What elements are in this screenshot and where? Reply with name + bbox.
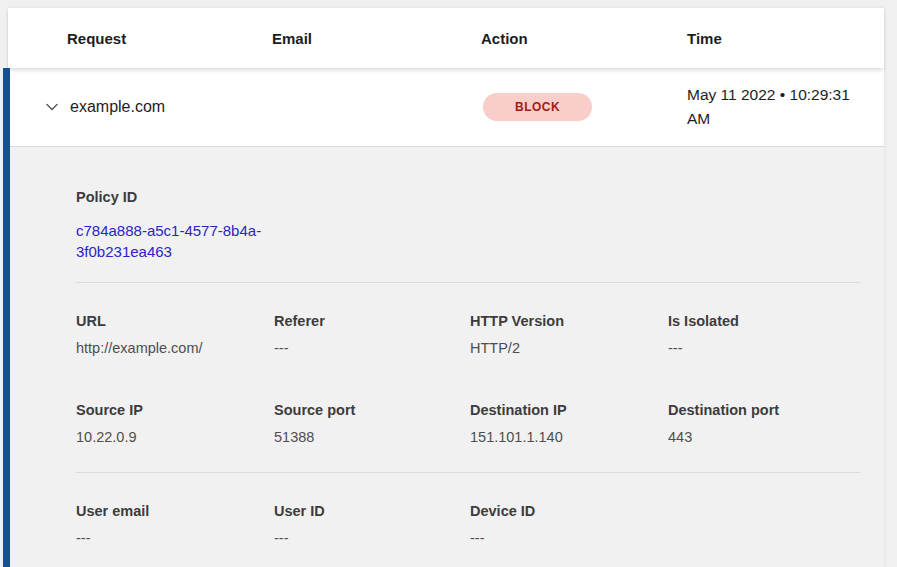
- detail-field-referer: Referer ---: [274, 311, 470, 358]
- field-value: 51388: [274, 427, 470, 447]
- column-header-time: Time: [687, 30, 884, 47]
- row-detail-panel: Policy ID c784a888-a5c1-4577-8b4a-3f0b23…: [8, 147, 884, 567]
- collapse-row-button[interactable]: [42, 97, 62, 117]
- expanded-log-entry: example.com BLOCK May 11 2022 • 10:29:31…: [8, 68, 884, 567]
- detail-field-empty: [668, 501, 860, 548]
- field-label: Source port: [274, 400, 470, 420]
- field-label: Is Isolated: [668, 311, 860, 331]
- section-divider: [76, 282, 860, 283]
- detail-field-user-email: User email ---: [76, 501, 274, 548]
- column-header-action: Action: [481, 30, 687, 47]
- status-badge-block: BLOCK: [483, 93, 592, 121]
- detail-field-source-ip: Source IP 10.22.0.9: [76, 400, 274, 447]
- log-table: Request Email Action Time example.com BL…: [8, 8, 884, 567]
- field-value: 151.101.1.140: [470, 427, 668, 447]
- row-action-cell: BLOCK: [481, 93, 687, 121]
- column-header-email: Email: [272, 30, 481, 47]
- field-value: 10.22.0.9: [76, 427, 274, 447]
- chevron-down-icon: [44, 99, 60, 115]
- field-label: Destination port: [668, 400, 860, 420]
- field-label: Device ID: [470, 501, 668, 521]
- policy-id-label: Policy ID: [76, 187, 860, 207]
- table-header-row: Request Email Action Time: [8, 8, 884, 68]
- field-value: ---: [274, 528, 470, 548]
- detail-field-user-id: User ID ---: [274, 501, 470, 548]
- detail-fields-http: URL http://example.com/ Referer --- HTTP…: [76, 311, 860, 358]
- detail-field-device-id: Device ID ---: [470, 501, 668, 548]
- field-value: ---: [470, 528, 668, 548]
- field-value: 443: [668, 427, 860, 447]
- field-value: ---: [668, 338, 860, 358]
- column-header-request: Request: [67, 30, 272, 47]
- field-label: User ID: [274, 501, 470, 521]
- field-label: Destination IP: [470, 400, 668, 420]
- table-row[interactable]: example.com BLOCK May 11 2022 • 10:29:31…: [8, 68, 884, 147]
- field-value: http://example.com/: [76, 338, 274, 358]
- policy-id-section: Policy ID c784a888-a5c1-4577-8b4a-3f0b23…: [76, 187, 860, 262]
- field-label: User email: [76, 501, 274, 521]
- field-value: ---: [76, 528, 274, 548]
- field-value: HTTP/2: [470, 338, 668, 358]
- detail-field-http-version: HTTP Version HTTP/2: [470, 311, 668, 358]
- detail-fields-network: Source IP 10.22.0.9 Source port 51388 De…: [76, 400, 860, 447]
- field-label: URL: [76, 311, 274, 331]
- field-label: Source IP: [76, 400, 274, 420]
- detail-field-destination-port: Destination port 443: [668, 400, 860, 447]
- row-request-value: example.com: [70, 98, 272, 116]
- detail-field-source-port: Source port 51388: [274, 400, 470, 447]
- field-label: HTTP Version: [470, 311, 668, 331]
- detail-field-url: URL http://example.com/: [76, 311, 274, 358]
- active-row-indicator: [3, 68, 10, 567]
- field-value: ---: [274, 338, 470, 358]
- detail-field-is-isolated: Is Isolated ---: [668, 311, 860, 358]
- detail-field-destination-ip: Destination IP 151.101.1.140: [470, 400, 668, 447]
- section-divider: [76, 472, 860, 473]
- row-time-value: May 11 2022 • 10:29:31 AM: [687, 83, 869, 131]
- detail-fields-user: User email --- User ID --- Device ID ---: [76, 501, 860, 548]
- policy-id-link[interactable]: c784a888-a5c1-4577-8b4a-3f0b231ea463: [76, 220, 276, 262]
- field-label: Referer: [274, 311, 470, 331]
